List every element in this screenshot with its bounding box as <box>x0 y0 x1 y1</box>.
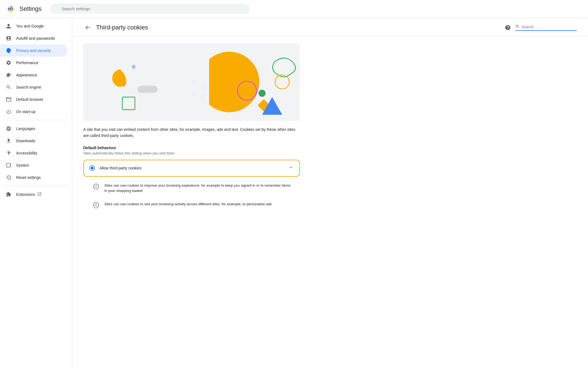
cookie-small-icon-1 <box>92 183 100 191</box>
sidebar-label-on-startup: On start-up <box>16 109 36 114</box>
svg-point-14 <box>191 79 197 85</box>
content-inner: A site that you visit can embed content … <box>72 43 311 224</box>
sidebar-item-accessibility[interactable]: Accessibility <box>0 147 67 159</box>
sidebar-label-extensions: Extensions <box>16 192 35 197</box>
svg-point-7 <box>8 98 8 99</box>
shield-icon <box>6 48 12 54</box>
page-title: Third-party cookies <box>96 24 504 31</box>
sidebar-divider-2 <box>4 186 67 186</box>
autofill-icon <box>6 35 12 41</box>
svg-point-17 <box>200 94 205 99</box>
svg-point-30 <box>96 204 97 204</box>
content-area: Third-party cookies <box>72 18 588 370</box>
sidebar-item-system[interactable]: System <box>0 159 67 171</box>
person-icon <box>6 23 12 29</box>
default-behaviour-section: Default behaviour Sites automatically fo… <box>83 146 300 155</box>
sidebar-item-on-startup[interactable]: On start-up <box>0 106 67 118</box>
main-layout: You and Google Autofill and passwords Pr… <box>0 18 588 370</box>
svg-point-32 <box>96 206 97 206</box>
sidebar-label-search-engine: Search engine <box>16 85 41 89</box>
sidebar-item-languages[interactable]: Languages <box>0 122 67 135</box>
download-icon <box>6 138 12 144</box>
sidebar: You and Google Autofill and passwords Pr… <box>0 18 72 370</box>
allow-cookies-option[interactable]: Allow third-party cookies <box>83 160 300 177</box>
svg-rect-4 <box>6 98 11 101</box>
search-engine-icon <box>6 84 12 90</box>
sidebar-item-you-and-google[interactable]: You and Google <box>0 20 67 32</box>
svg-point-19 <box>258 90 265 97</box>
section-title: Default behaviour <box>83 146 300 150</box>
svg-point-10 <box>132 65 136 69</box>
cookie-svg <box>83 43 300 121</box>
header-search-wrap <box>515 24 577 31</box>
sidebar-label-autofill: Autofill and passwords <box>16 36 55 41</box>
sidebar-item-autofill[interactable]: Autofill and passwords <box>0 32 67 44</box>
accessibility-icon <box>6 150 12 156</box>
sub-item-1: Sites can use cookies to improve your br… <box>83 179 300 198</box>
sidebar-label-default-browser: Default browser <box>16 97 43 102</box>
svg-point-29 <box>95 204 96 205</box>
extensions-icon <box>6 191 12 198</box>
page-description: A site that you visit can embed content … <box>83 126 300 139</box>
sidebar-item-reset-settings[interactable]: Reset settings <box>0 171 67 184</box>
sidebar-label-downloads: Downloads <box>16 139 35 143</box>
sidebar-item-extensions[interactable]: Extensions <box>0 188 67 201</box>
sidebar-label-appearance: Appearance <box>16 73 37 77</box>
sidebar-item-default-browser[interactable]: Default browser <box>0 93 67 106</box>
sub-text-1: Sites can use cookies to improve your br… <box>104 183 294 194</box>
section-subtitle: Sites automatically follow this setting … <box>83 151 300 155</box>
sub-item-2: Sites can use cookies to see your browsi… <box>83 198 300 213</box>
svg-point-31 <box>95 205 96 206</box>
svg-point-16 <box>191 90 197 96</box>
sidebar-label-languages: Languages <box>16 126 35 131</box>
performance-icon <box>6 60 12 66</box>
svg-point-25 <box>96 185 97 186</box>
svg-point-26 <box>95 187 96 188</box>
sidebar-label-reset-settings: Reset settings <box>16 175 41 180</box>
back-button[interactable] <box>83 23 92 32</box>
sidebar-label-privacy-security: Privacy and security <box>16 48 51 53</box>
external-link-icon <box>37 192 42 197</box>
cookie-small-icon-2 <box>92 201 100 209</box>
top-search-wrap: ⚲ <box>50 4 250 14</box>
svg-point-24 <box>95 185 96 186</box>
header-search-icon <box>515 24 520 30</box>
sidebar-label-performance: Performance <box>16 61 38 65</box>
svg-point-6 <box>7 98 7 99</box>
radio-dot-inner <box>91 167 94 169</box>
sidebar-item-downloads[interactable]: Downloads <box>0 135 67 147</box>
sub-text-2: Sites can use cookies to see your browsi… <box>104 201 272 207</box>
app-title: Settings <box>19 5 42 12</box>
sidebar-label-you-and-google: You and Google <box>16 24 44 28</box>
system-icon <box>6 162 12 168</box>
sidebar-divider-1 <box>4 120 67 120</box>
sidebar-item-performance[interactable]: Performance <box>0 57 67 69</box>
sidebar-item-search-engine[interactable]: Search engine <box>0 81 67 93</box>
sidebar-item-privacy-security[interactable]: Privacy and security <box>0 44 67 57</box>
globe-icon <box>6 126 12 132</box>
power-icon <box>6 109 12 115</box>
palette-icon <box>6 72 12 78</box>
chrome-logo <box>6 4 16 14</box>
chevron-up-icon <box>288 165 294 172</box>
sidebar-item-appearance[interactable]: Appearance <box>0 69 67 81</box>
radio-dot-selected <box>89 165 95 171</box>
cookie-illustration <box>83 43 300 121</box>
top-bar: Settings ⚲ <box>0 0 588 18</box>
sidebar-label-system: System <box>16 163 29 168</box>
svg-point-27 <box>96 187 97 188</box>
browser-icon <box>6 96 12 102</box>
top-search-input[interactable] <box>50 4 250 14</box>
header-search-input[interactable] <box>521 25 577 29</box>
help-button[interactable] <box>504 23 512 32</box>
svg-rect-12 <box>137 86 158 93</box>
svg-point-15 <box>201 84 207 90</box>
svg-point-3 <box>9 8 12 10</box>
sidebar-label-accessibility: Accessibility <box>16 151 37 155</box>
content-header: Third-party cookies <box>72 18 588 36</box>
radio-label-allow: Allow third-party cookies <box>99 166 288 170</box>
svg-point-8 <box>8 151 9 152</box>
header-actions <box>504 23 577 32</box>
reset-icon <box>6 174 12 181</box>
